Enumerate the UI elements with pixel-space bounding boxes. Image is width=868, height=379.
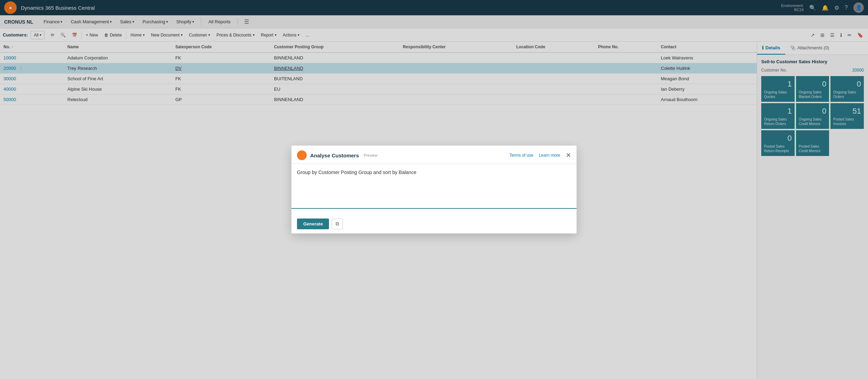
modal-overlay: Analyse Customers Preview Terms of use L… [0,0,868,379]
analyse-modal: Analyse Customers Preview Terms of use L… [291,146,577,233]
copy-button[interactable]: ⧉ [332,219,343,229]
preview-badge: Preview [364,153,377,157]
generate-button[interactable]: Generate [297,219,329,229]
modal-close-button[interactable]: ✕ [566,152,571,158]
learn-more-link[interactable]: Learn more [539,153,560,158]
copy-icon: ⧉ [336,221,339,226]
terms-of-use-link[interactable]: Terms of use [509,153,533,158]
modal-logo [297,150,307,160]
modal-body [291,164,577,214]
input-underline [291,208,577,209]
svg-point-2 [299,153,305,158]
analyse-input[interactable] [297,170,571,204]
modal-title: Analyse Customers [310,153,359,158]
modal-header: Analyse Customers Preview Terms of use L… [291,146,577,164]
modal-header-links: Terms of use Learn more ✕ [509,152,571,158]
modal-footer: Generate ⧉ [291,214,577,233]
